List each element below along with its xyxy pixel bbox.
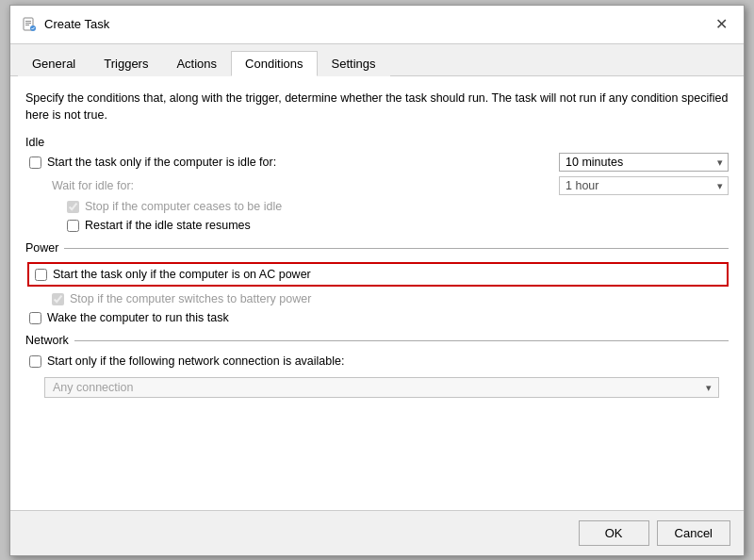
tab-general[interactable]: General [18,51,90,76]
tab-triggers[interactable]: Triggers [90,51,162,76]
network-section-divider: Network [25,334,729,347]
tab-content: Specify the conditions that, along with … [10,76,744,510]
dialog-footer: OK Cancel [10,510,744,555]
network-connection-label: Start only if the following network conn… [47,354,344,368]
restart-idle-checkbox[interactable] [67,220,79,232]
ac-power-label: Start the task only if the computer is o… [53,268,311,281]
network-section-label: Network [25,334,69,347]
ac-power-row: Start the task only if the computer is o… [27,262,729,287]
tab-actions[interactable]: Actions [162,51,231,76]
restart-idle-label: Restart if the idle state resumes [85,219,251,232]
network-connection-checkbox[interactable] [29,355,41,368]
ac-power-checkbox[interactable] [35,269,47,281]
start-idle-checkbox[interactable] [29,156,41,169]
stop-idle-row: Stop if the computer ceases to be idle [25,200,729,213]
wake-computer-row: Wake the computer to run this task [25,311,729,324]
wake-computer-checkbox[interactable] [29,312,41,324]
title-bar: Create Task ✕ [10,6,744,44]
dialog-title: Create Task [44,17,109,31]
tab-conditions[interactable]: Conditions [231,51,317,76]
idle-section-label: Idle [25,136,729,149]
stop-idle-checkbox[interactable] [67,201,79,213]
cancel-button[interactable]: Cancel [657,520,730,546]
network-connection-row: Start only if the following network conn… [25,354,729,368]
start-idle-label: Start the task only if the computer is i… [47,156,276,169]
idle-wait-dropdown[interactable]: 1 hour [559,176,729,195]
battery-power-label: Stop if the computer switches to battery… [70,292,311,305]
wake-computer-label: Wake the computer to run this task [47,311,229,324]
task-icon [22,17,37,32]
ok-button[interactable]: OK [579,520,649,546]
tab-bar: General Triggers Actions Conditions Sett… [10,44,744,76]
idle-duration-dropdown-wrapper: 10 minutes [559,153,729,172]
description-text: Specify the conditions that, along with … [25,90,729,125]
idle-duration-dropdown[interactable]: 10 minutes [559,153,729,172]
battery-power-checkbox[interactable] [52,293,64,305]
restart-idle-row: Restart if the idle state resumes [25,219,729,232]
svg-rect-1 [25,21,31,22]
battery-power-row: Stop if the computer switches to battery… [25,292,729,305]
wait-idle-label: Wait for idle for: [52,179,134,192]
idle-wait-dropdown-wrapper: 1 hour [559,176,729,195]
network-dropdown-wrapper: Any connection [44,377,719,398]
power-section-label: Power [25,241,58,255]
stop-idle-label: Stop if the computer ceases to be idle [85,200,282,213]
svg-rect-3 [25,25,29,25]
close-button[interactable]: ✕ [710,13,732,36]
svg-rect-2 [25,23,31,24]
tab-settings[interactable]: Settings [318,51,390,76]
power-section-divider: Power [25,241,729,255]
create-task-dialog: Create Task ✕ General Triggers Actions C… [9,5,745,556]
network-dropdown[interactable]: Any connection [44,377,719,398]
